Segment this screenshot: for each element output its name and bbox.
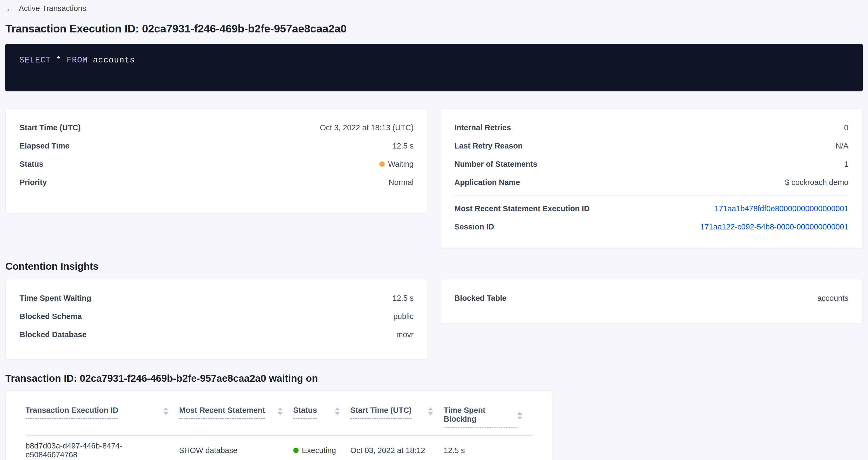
kv-value: Normal <box>389 178 414 187</box>
kv-row-internal-retries: Internal Retries 0 <box>454 119 848 137</box>
session-id-link[interactable]: 171aa122-c092-54b8-0000-000000000001 <box>700 222 848 231</box>
kv-value: Oct 3, 2022 at 18:13 (UTC) <box>320 123 414 132</box>
kv-label: Time Spent Waiting <box>20 294 91 303</box>
kv-row-session-id: Session ID 171aa122-c092-54b8-0000-00000… <box>454 218 848 236</box>
cell-transaction-execution-id: b8d7d03a-d497-446b-8474-e50846674768 <box>26 441 179 459</box>
overview-cards-row: Start Time (UTC) Oct 3, 2022 at 18:13 (U… <box>5 109 863 248</box>
column-header-transaction-execution-id[interactable]: Transaction Execution ID <box>26 406 179 419</box>
contention-insights-heading: Contention Insights <box>5 261 863 272</box>
kv-row-blocked-table: Blocked Table accounts <box>454 289 848 307</box>
column-header-time-spent-blocking[interactable]: Time Spent Blocking <box>444 406 533 428</box>
sort-icon <box>335 407 340 415</box>
kv-label: Application Name <box>454 178 520 187</box>
kv-label: Internal Retries <box>454 123 511 132</box>
column-header-label: Status <box>293 406 317 419</box>
column-header-label: Most Recent Statement <box>179 406 265 419</box>
status-waiting-dot-icon <box>379 161 385 167</box>
column-header-label: Time Spent Blocking <box>444 406 517 428</box>
sort-icon <box>517 412 522 420</box>
waiting-on-heading: Transaction ID: 02ca7931-f246-469b-b2fe-… <box>5 373 863 384</box>
kv-row-priority: Priority Normal <box>20 173 414 191</box>
column-header-most-recent-statement[interactable]: Most Recent Statement <box>179 406 293 419</box>
sort-icon <box>278 407 283 415</box>
kv-row-start-time: Start Time (UTC) Oct 3, 2022 at 18:13 (U… <box>20 119 414 137</box>
kv-label: Most Recent Statement Execution ID <box>454 204 589 213</box>
kv-value: 0 <box>844 123 848 132</box>
kv-label: Number of Statements <box>454 160 537 168</box>
transaction-overview-card: Start Time (UTC) Oct 3, 2022 at 18:13 (U… <box>5 109 428 213</box>
contention-cards-row: Time Spent Waiting 12.5 s Blocked Schema… <box>5 279 863 360</box>
kv-label: Priority <box>20 178 47 187</box>
cell-time-spent-blocking: 12.5 s <box>444 446 533 455</box>
kv-label: Last Retry Reason <box>454 142 523 150</box>
kv-value: 12.5 s <box>393 142 414 150</box>
cell-start-time: Oct 03, 2022 at 18:12 <box>350 446 444 455</box>
back-link-label: Active Transactions <box>19 4 86 13</box>
statement-execution-id-link[interactable]: 171aa1b478fdf0e80000000000000001 <box>714 204 848 213</box>
kv-row-time-spent-waiting: Time Spent Waiting 12.5 s <box>20 289 414 307</box>
waiting-on-table-header: Transaction Execution ID Most Recent Sta… <box>26 406 533 436</box>
kv-row-blocked-database: Blocked Database movr <box>20 326 414 344</box>
kv-row-last-retry-reason: Last Retry Reason N/A <box>454 137 848 155</box>
page-title: Transaction Execution ID: 02ca7931-f246-… <box>5 23 863 35</box>
status-executing-dot-icon <box>293 448 299 453</box>
kv-label: Elapsed Time <box>20 142 69 150</box>
kv-label: Blocked Table <box>454 294 506 303</box>
kv-label: Blocked Database <box>20 330 87 339</box>
kv-value: 12.5 s <box>393 294 414 303</box>
blocked-table-card: Blocked Table accounts <box>440 279 863 323</box>
transaction-meta-card: Internal Retries 0 Last Retry Reason N/A… <box>440 109 863 248</box>
column-header-status[interactable]: Status <box>293 406 350 419</box>
table-row: b8d7d03a-d497-446b-8474-e50846674768 SHO… <box>26 436 533 460</box>
sort-icon <box>428 407 433 415</box>
transaction-details-page: ← Active Transactions Transaction Execut… <box>0 0 868 460</box>
back-arrow-icon: ← <box>5 4 14 13</box>
sql-statement: SELECT * FROM accounts <box>19 56 135 65</box>
sql-star-operator: * <box>56 56 61 65</box>
status-text: Waiting <box>388 160 414 168</box>
kv-value: $ cockroach demo <box>785 178 848 187</box>
kv-value: N/A <box>836 142 848 150</box>
kv-value: public <box>393 312 414 321</box>
sql-table-identifier: accounts <box>93 56 135 65</box>
cell-status: Executing <box>293 446 350 455</box>
kv-value: 1 <box>844 160 848 168</box>
kv-value: accounts <box>817 294 848 303</box>
card-divider <box>454 195 848 196</box>
cell-most-recent-statement: SHOW database <box>179 446 293 455</box>
sort-icon <box>163 407 168 415</box>
status-badge: Waiting <box>379 160 414 168</box>
kv-row-statement-execution-id: Most Recent Statement Execution ID 171aa… <box>454 200 848 218</box>
status-text: Executing <box>302 446 336 455</box>
kv-row-blocked-schema: Blocked Schema public <box>20 307 414 326</box>
kv-row-number-of-statements: Number of Statements 1 <box>454 155 848 173</box>
sql-statement-box: SELECT * FROM accounts <box>5 44 863 91</box>
kv-label: Status <box>20 160 43 168</box>
kv-label: Start Time (UTC) <box>20 123 81 132</box>
sql-keyword-select: SELECT <box>19 56 51 65</box>
back-link[interactable]: ← Active Transactions <box>5 4 86 13</box>
kv-value: movr <box>397 330 414 339</box>
column-header-label: Transaction Execution ID <box>26 406 118 419</box>
kv-row-elapsed-time: Elapsed Time 12.5 s <box>20 137 414 155</box>
kv-label: Session ID <box>454 222 494 231</box>
kv-row-status: Status Waiting <box>20 155 414 173</box>
kv-row-application-name: Application Name $ cockroach demo <box>454 173 848 191</box>
kv-label: Blocked Schema <box>20 312 82 321</box>
column-header-label: Start Time (UTC) <box>350 406 411 419</box>
sql-keyword-from: FROM <box>66 56 87 65</box>
waiting-on-table-card: Transaction Execution ID Most Recent Sta… <box>5 391 553 460</box>
contention-details-card: Time Spent Waiting 12.5 s Blocked Schema… <box>5 279 428 360</box>
column-header-start-time[interactable]: Start Time (UTC) <box>350 406 444 419</box>
